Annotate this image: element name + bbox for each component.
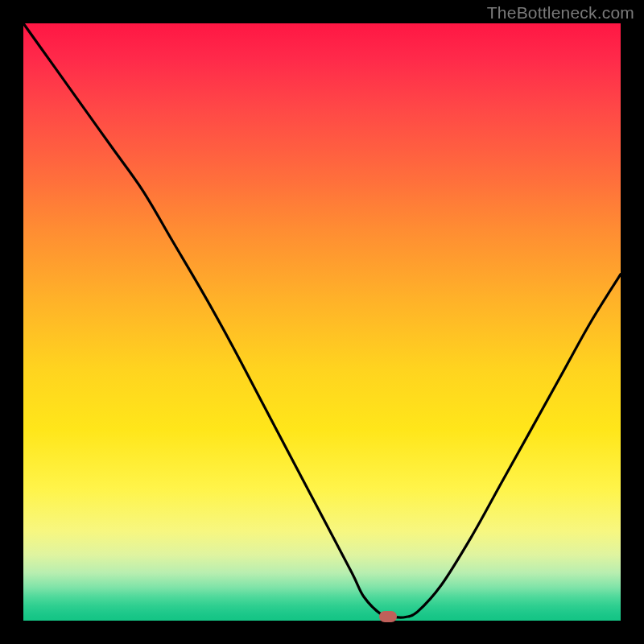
bottleneck-curve xyxy=(23,23,621,621)
optimum-marker xyxy=(379,611,397,622)
chart-frame: TheBottleneck.com xyxy=(0,0,644,644)
curve-path xyxy=(23,23,621,617)
watermark-text: TheBottleneck.com xyxy=(487,3,634,23)
